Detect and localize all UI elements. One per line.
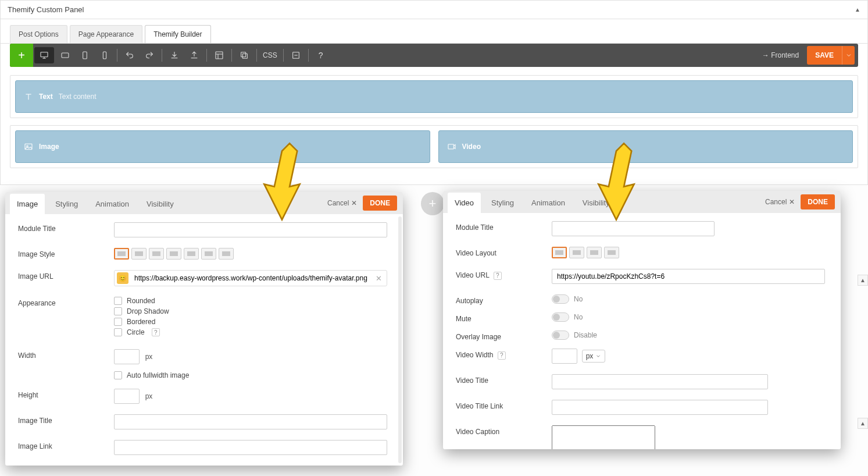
lb-tab-animation[interactable]: Animation [524,193,572,213]
canvas-row[interactable]: Image Video [10,125,858,168]
video-caption-input[interactable] [552,425,655,449]
desktop-view-icon[interactable] [34,47,54,63]
image-url-input[interactable] [133,272,373,285]
video-url-input[interactable] [552,269,825,284]
tab-themify-builder[interactable]: Themify Builder [145,25,210,43]
help-icon[interactable]: ? [311,44,331,67]
layout-option[interactable] [201,248,216,260]
bordered-checkbox[interactable] [114,318,122,326]
toggle-state-label: No [574,313,583,321]
label-image-style: Image Style [18,248,114,260]
lb-tab-video[interactable]: Video [448,193,481,213]
lb-tab-animation[interactable]: Animation [88,194,136,214]
image-title-input[interactable] [114,414,387,429]
unit-select[interactable]: px [582,350,606,363]
drop-shadow-label: Drop Shadow [127,307,169,315]
label-video-layout: Video Layout [456,247,552,258]
scroll-up-icon[interactable]: ▲ [858,275,868,286]
module-title-input[interactable] [114,222,387,237]
frontend-link[interactable]: → Frontend [754,51,807,59]
video-layout-options [552,247,828,258]
lb-tab-visibility[interactable]: Visibility [576,193,617,213]
height-input[interactable] [114,389,140,404]
lb-tab-visibility[interactable]: Visibility [140,194,181,214]
text-module-block[interactable]: Text Text content [15,80,853,113]
mute-toggle[interactable]: No [552,312,583,322]
clear-url-icon[interactable]: ✕ [373,274,384,283]
layout-option[interactable] [131,248,147,260]
video-icon [447,142,456,151]
duplicate-icon[interactable] [234,44,254,67]
scrollbar[interactable] [398,216,402,463]
layout-option[interactable] [184,248,199,260]
svg-rect-2 [83,52,87,59]
redo-icon[interactable] [140,44,159,67]
tab-page-appearance[interactable]: Page Appearance [70,25,142,43]
layout-option[interactable] [219,248,234,260]
bordered-label: Bordered [127,318,155,326]
module-label: Video [462,143,481,151]
layout-option[interactable] [569,247,584,258]
add-row-button[interactable]: + [421,192,444,215]
save-button[interactable]: SAVE [807,46,855,65]
undo-icon[interactable] [120,44,140,67]
width-input[interactable] [114,349,140,364]
help-icon[interactable]: ? [152,328,160,336]
circle-checkbox[interactable] [114,328,122,336]
tablet-landscape-icon[interactable] [55,44,75,67]
add-module-button[interactable]: + [10,44,33,67]
help-icon[interactable]: ? [498,351,506,360]
canvas-row[interactable]: Text Text content [10,75,858,118]
video-width-input[interactable] [552,349,577,364]
mobile-view-icon[interactable] [95,44,115,67]
layout-icon[interactable] [209,44,229,67]
done-button[interactable]: DONE [363,196,397,211]
layout-option[interactable] [166,248,181,260]
builder-area: + [0,44,868,185]
video-module-block[interactable]: Video [438,130,853,163]
layout-option[interactable] [604,247,619,258]
help-icon[interactable]: ? [494,272,502,280]
layout-option[interactable] [587,247,602,258]
image-link-input[interactable] [114,440,387,455]
svg-rect-3 [103,52,106,59]
layout-option[interactable] [114,248,129,260]
cancel-button[interactable]: Cancel ✕ [759,196,801,208]
image-module-block[interactable]: Image [15,130,430,163]
label-module-title: Module Title [456,221,552,236]
layout-option[interactable] [552,247,567,258]
toolbar-divider [162,49,162,62]
layout-option[interactable] [149,248,164,260]
collapse-panel-icon[interactable]: ▲ [855,6,860,13]
toolbar-divider [117,49,117,62]
video-module-editor: Video Styling Animation Visibility Cance… [443,191,841,449]
css-button[interactable]: CSS [259,51,281,59]
scroll-down-icon[interactable]: ▲ [858,418,868,429]
overlay-toggle[interactable]: Disable [552,331,597,340]
lb-tab-image[interactable]: Image [10,194,45,214]
builder-toolbar: + [10,44,858,67]
module-title-input[interactable] [552,221,715,236]
drop-shadow-checkbox[interactable] [114,307,122,315]
import-icon[interactable] [165,44,184,67]
label-height: Height [18,389,114,404]
video-title-link-input[interactable] [552,400,768,415]
panel-header: Themify Custom Panel ▲ [0,0,868,19]
cancel-button[interactable]: Cancel ✕ [322,197,363,209]
custom-css-icon[interactable] [286,44,306,67]
tablet-portrait-icon[interactable] [75,44,95,67]
auto-fullwidth-checkbox[interactable] [114,371,122,379]
done-button[interactable]: DONE [801,194,835,209]
save-dropdown-icon[interactable] [842,46,855,65]
lb-tab-styling[interactable]: Styling [484,193,521,213]
rounded-checkbox[interactable] [114,297,122,305]
export-icon[interactable] [184,44,204,67]
svg-rect-6 [241,52,246,57]
video-title-input[interactable] [552,374,768,389]
lb-tab-styling[interactable]: Styling [48,194,85,214]
toggle-state-label: Disable [574,331,597,339]
autoplay-toggle[interactable]: No [552,294,583,304]
svg-rect-10 [448,144,453,149]
tab-post-options[interactable]: Post Options [10,25,67,43]
text-icon [24,92,33,101]
